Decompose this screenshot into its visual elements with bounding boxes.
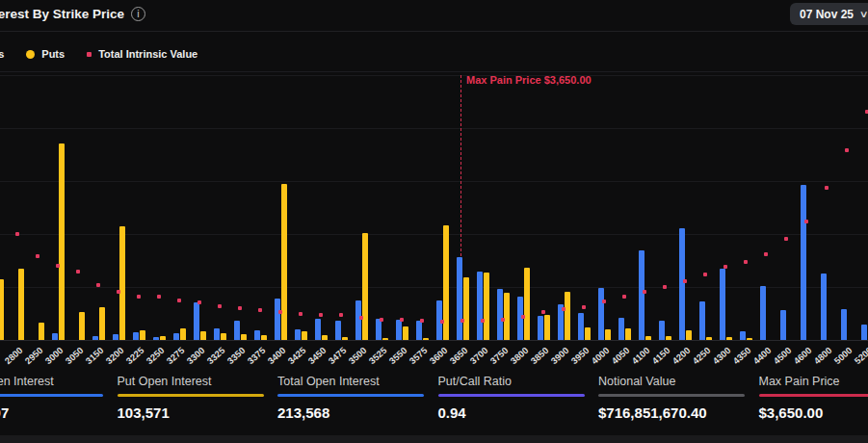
intrinsic-value-dot[interactable] xyxy=(683,279,687,283)
put-bar[interactable] xyxy=(59,143,65,340)
call-bar[interactable] xyxy=(497,289,503,340)
put-bar[interactable] xyxy=(524,268,530,340)
intrinsic-value-dot[interactable] xyxy=(177,299,181,302)
call-bar[interactable] xyxy=(113,334,118,340)
call-bar[interactable] xyxy=(477,272,483,340)
intrinsic-value-dot[interactable] xyxy=(845,148,849,152)
put-bar[interactable] xyxy=(544,315,550,340)
put-bar[interactable] xyxy=(585,327,591,340)
info-icon[interactable]: i xyxy=(131,7,145,21)
intrinsic-value-dot[interactable] xyxy=(117,290,120,294)
put-bar[interactable] xyxy=(322,335,328,340)
call-bar[interactable] xyxy=(538,316,543,340)
intrinsic-value-dot[interactable] xyxy=(825,186,829,190)
intrinsic-value-dot[interactable] xyxy=(137,295,141,299)
intrinsic-value-dot[interactable] xyxy=(643,290,646,294)
call-bar[interactable] xyxy=(173,333,179,340)
put-bar[interactable] xyxy=(342,337,348,340)
intrinsic-value-dot[interactable] xyxy=(804,220,808,223)
call-bar[interactable] xyxy=(659,321,665,340)
put-bar[interactable] xyxy=(302,331,307,340)
intrinsic-value-dot[interactable] xyxy=(784,237,788,241)
call-bar[interactable] xyxy=(780,310,786,340)
legend-item-puts[interactable]: Puts xyxy=(26,48,65,60)
put-bar[interactable] xyxy=(706,337,712,340)
call-bar[interactable] xyxy=(376,319,381,340)
call-bar[interactable] xyxy=(254,330,260,340)
intrinsic-value-dot[interactable] xyxy=(299,312,302,316)
put-bar[interactable] xyxy=(362,233,368,340)
call-bar[interactable] xyxy=(355,300,361,340)
expiry-date-dropdown[interactable]: 07 Nov 25 ∨ xyxy=(790,3,868,25)
put-bar[interactable] xyxy=(645,336,651,340)
call-bar[interactable] xyxy=(295,329,301,340)
put-bar[interactable] xyxy=(221,333,226,340)
intrinsic-value-dot[interactable] xyxy=(440,320,444,324)
intrinsic-value-dot[interactable] xyxy=(541,310,545,314)
intrinsic-value-dot[interactable] xyxy=(258,308,262,312)
put-bar[interactable] xyxy=(747,338,752,340)
call-bar[interactable] xyxy=(396,320,402,340)
put-bar[interactable] xyxy=(504,293,510,340)
put-bar[interactable] xyxy=(241,334,247,340)
put-bar[interactable] xyxy=(0,279,4,340)
put-bar[interactable] xyxy=(18,269,24,340)
call-bar[interactable] xyxy=(740,331,746,340)
put-bar[interactable] xyxy=(484,273,489,340)
intrinsic-value-dot[interactable] xyxy=(400,318,404,322)
call-bar[interactable] xyxy=(760,286,766,340)
call-bar[interactable] xyxy=(194,302,199,340)
intrinsic-value-dot[interactable] xyxy=(56,264,60,268)
put-bar[interactable] xyxy=(625,328,631,340)
put-bar[interactable] xyxy=(565,292,570,340)
intrinsic-value-dot[interactable] xyxy=(96,283,100,287)
put-bar[interactable] xyxy=(726,337,732,340)
put-bar[interactable] xyxy=(605,329,611,340)
call-bar[interactable] xyxy=(841,309,847,340)
put-bar[interactable] xyxy=(281,184,287,340)
put-bar[interactable] xyxy=(99,307,105,340)
call-bar[interactable] xyxy=(861,325,867,340)
put-bar[interactable] xyxy=(666,336,671,340)
put-bar[interactable] xyxy=(382,338,388,340)
intrinsic-value-dot[interactable] xyxy=(723,265,727,269)
put-bar[interactable] xyxy=(160,336,166,340)
intrinsic-value-dot[interactable] xyxy=(481,319,485,323)
call-bar[interactable] xyxy=(801,185,806,340)
intrinsic-value-dot[interactable] xyxy=(460,319,464,323)
put-bar[interactable] xyxy=(39,323,44,340)
intrinsic-value-dot[interactable] xyxy=(278,310,282,314)
intrinsic-value-dot[interactable] xyxy=(197,300,201,304)
call-bar[interactable] xyxy=(699,301,705,340)
call-bar[interactable] xyxy=(335,321,341,340)
call-bar[interactable] xyxy=(153,337,159,340)
call-bar[interactable] xyxy=(821,274,827,340)
intrinsic-value-dot[interactable] xyxy=(157,295,161,299)
call-bar[interactable] xyxy=(639,250,644,340)
intrinsic-value-dot[interactable] xyxy=(703,273,707,276)
call-bar[interactable] xyxy=(416,321,422,340)
put-bar[interactable] xyxy=(423,338,429,340)
intrinsic-value-dot[interactable] xyxy=(76,270,80,274)
put-bar[interactable] xyxy=(79,312,85,340)
legend-item-total-intrinsic-value[interactable]: Total Intrinsic Value xyxy=(87,48,197,60)
intrinsic-value-dot[interactable] xyxy=(238,306,242,310)
intrinsic-value-dot[interactable] xyxy=(36,254,39,258)
call-bar[interactable] xyxy=(92,336,98,340)
intrinsic-value-dot[interactable] xyxy=(764,252,768,256)
intrinsic-value-dot[interactable] xyxy=(663,285,667,289)
intrinsic-value-dot[interactable] xyxy=(218,304,222,308)
intrinsic-value-dot[interactable] xyxy=(521,315,525,319)
call-bar[interactable] xyxy=(214,328,220,340)
call-bar[interactable] xyxy=(315,319,321,340)
put-bar[interactable] xyxy=(261,335,267,340)
call-bar[interactable] xyxy=(679,228,685,340)
intrinsic-value-dot[interactable] xyxy=(582,305,586,309)
call-bar[interactable] xyxy=(52,333,58,340)
intrinsic-value-dot[interactable] xyxy=(380,318,383,322)
intrinsic-value-dot[interactable] xyxy=(15,232,19,236)
call-bar[interactable] xyxy=(234,321,240,340)
put-bar[interactable] xyxy=(140,330,145,340)
put-bar[interactable] xyxy=(463,277,469,340)
call-bar[interactable] xyxy=(618,318,624,340)
